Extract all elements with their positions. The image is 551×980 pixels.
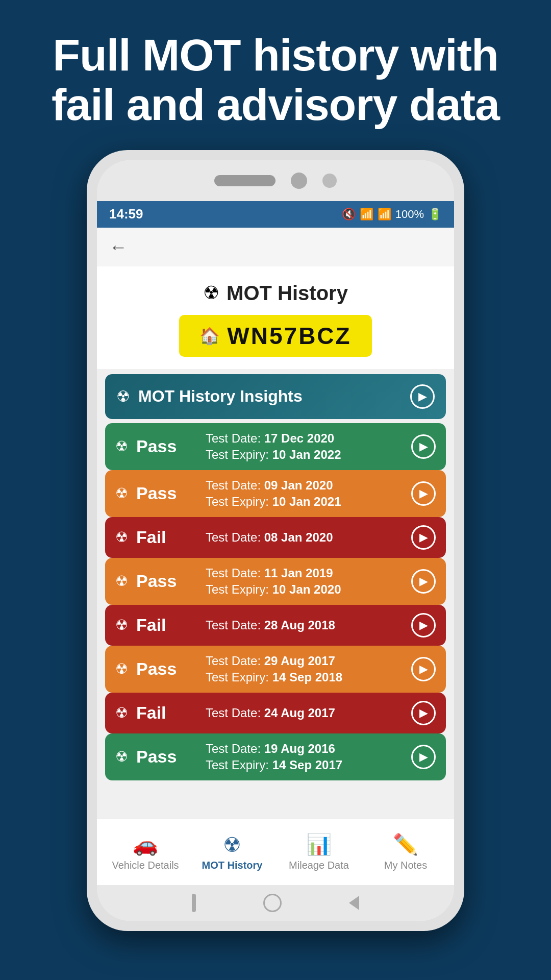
mot-row-left-5: ☢ Pass Test Date: 29 Aug 2017 Test Expir…: [115, 654, 342, 684]
nav-item-mot-history[interactable]: ☢ MOT History: [189, 833, 276, 871]
mot-test-date-4: Test Date: 28 Aug 2018: [206, 618, 335, 632]
mot-test-date-6: Test Date: 24 Aug 2017: [206, 706, 335, 720]
battery-label: 100%: [395, 208, 424, 221]
mot-test-date-2: Test Date: 08 Jan 2020: [206, 530, 333, 545]
mot-row-icon-1: ☢: [115, 485, 128, 502]
mot-row-icon-4: ☢: [115, 617, 128, 633]
mot-row-6[interactable]: ☢ Fail Test Date: 24 Aug 2017 ▶: [105, 693, 446, 733]
mot-row-play-4[interactable]: ▶: [411, 613, 436, 638]
mot-dates-4: Test Date: 28 Aug 2018: [206, 618, 335, 632]
nav-label-vehicle-details: Vehicle Details: [112, 860, 179, 871]
status-icons: 🔇 📶 📶 100% 🔋: [342, 208, 442, 221]
mot-dates-5: Test Date: 29 Aug 2017 Test Expiry: 14 S…: [206, 654, 342, 684]
speaker: [214, 175, 276, 186]
nav-label-mileage: Mileage Data: [289, 860, 349, 871]
nav-item-mileage[interactable]: 📊 Mileage Data: [276, 832, 362, 871]
mot-row-icon-6: ☢: [115, 704, 128, 721]
plate-number: WN57BCZ: [227, 322, 351, 350]
mot-expiry-date-3: Test Expiry: 10 Jan 2020: [206, 582, 341, 597]
mot-list: ☢ MOT History Insights ▶ ☢ Pass Test Dat…: [97, 369, 454, 819]
mot-dates-7: Test Date: 19 Aug 2016 Test Expiry: 14 S…: [206, 742, 342, 772]
hero-title: Full MOT history with fail and advisory …: [31, 31, 520, 130]
mot-row-icon-0: ☢: [115, 438, 128, 455]
mot-dates-3: Test Date: 11 Jan 2019 Test Expiry: 10 J…: [206, 566, 341, 597]
phone-screen: 14:59 🔇 📶 📶 100% 🔋 ← ☢ MOT History 🏠 WN5…: [97, 160, 454, 921]
mot-records-container: ☢ Pass Test Date: 17 Dec 2020 Test Expir…: [105, 423, 446, 780]
insights-card[interactable]: ☢ MOT History Insights ▶: [105, 374, 446, 419]
mot-row-icon-2: ☢: [115, 529, 128, 546]
mot-dates-1: Test Date: 09 Jan 2020 Test Expiry: 10 J…: [206, 478, 341, 509]
mot-row-play-1[interactable]: ▶: [411, 481, 436, 506]
garage-icon: 🏠: [199, 326, 220, 346]
mot-row-left-7: ☢ Pass Test Date: 19 Aug 2016 Test Expir…: [115, 742, 342, 772]
bottom-navigation: 🚗 Vehicle Details ☢ MOT History 📊 Mileag…: [97, 819, 454, 885]
pencil-icon: ✏️: [393, 832, 418, 856]
mot-row-1[interactable]: ☢ Pass Test Date: 09 Jan 2020 Test Expir…: [105, 470, 446, 517]
status-time: 14:59: [109, 206, 143, 222]
battery-icon: 🔋: [428, 208, 442, 221]
mot-row-3[interactable]: ☢ Pass Test Date: 11 Jan 2019 Test Expir…: [105, 558, 446, 605]
mot-row-play-0[interactable]: ▶: [411, 434, 436, 459]
mot-row-icon-3: ☢: [115, 573, 128, 590]
mot-status-6: Fail: [136, 703, 197, 723]
mot-test-date-5: Test Date: 29 Aug 2017: [206, 654, 342, 668]
mot-row-2[interactable]: ☢ Fail Test Date: 08 Jan 2020 ▶: [105, 517, 446, 558]
mot-row-play-3[interactable]: ▶: [411, 569, 436, 594]
mot-test-date-7: Test Date: 19 Aug 2016: [206, 742, 342, 756]
mot-row-play-5[interactable]: ▶: [411, 657, 436, 681]
phone-frame: 14:59 🔇 📶 📶 100% 🔋 ← ☢ MOT History 🏠 WN5…: [87, 150, 464, 931]
mot-row-play-2[interactable]: ▶: [411, 525, 436, 550]
mot-row-left-3: ☢ Pass Test Date: 11 Jan 2019 Test Expir…: [115, 566, 341, 597]
mot-test-date-3: Test Date: 11 Jan 2019: [206, 566, 341, 580]
mot-row-4[interactable]: ☢ Fail Test Date: 28 Aug 2018 ▶: [105, 605, 446, 646]
mot-row-icon-7: ☢: [115, 748, 128, 765]
mot-dates-0: Test Date: 17 Dec 2020 Test Expiry: 10 J…: [206, 431, 341, 462]
home-circle-icon: [263, 894, 282, 912]
home-bar-icon: [192, 894, 196, 912]
wifi-icon: 📶: [360, 208, 373, 221]
mot-row-0[interactable]: ☢ Pass Test Date: 17 Dec 2020 Test Expir…: [105, 423, 446, 470]
mot-status-3: Pass: [136, 571, 197, 591]
mot-status-4: Fail: [136, 615, 197, 635]
mot-status-5: Pass: [136, 659, 197, 679]
nav-label-notes: My Notes: [384, 860, 427, 871]
camera-main: [291, 173, 307, 189]
nav-item-vehicle-details[interactable]: 🚗 Vehicle Details: [102, 832, 189, 871]
phone-top-bar: [97, 160, 454, 201]
mot-row-left-2: ☢ Fail Test Date: 08 Jan 2020: [115, 527, 333, 547]
page-title-row: ☢ MOT History: [203, 282, 348, 305]
nav-item-notes[interactable]: ✏️ My Notes: [362, 832, 449, 871]
mot-row-left-0: ☢ Pass Test Date: 17 Dec 2020 Test Expir…: [115, 431, 341, 462]
home-back-icon: [349, 896, 359, 910]
mot-status-0: Pass: [136, 436, 197, 456]
mot-status-1: Pass: [136, 483, 197, 503]
car-icon: 🚗: [133, 832, 158, 856]
back-navigation: ←: [97, 228, 454, 266]
mot-status-7: Pass: [136, 747, 197, 767]
mot-row-left-1: ☢ Pass Test Date: 09 Jan 2020 Test Expir…: [115, 478, 341, 509]
mot-dates-6: Test Date: 24 Aug 2017: [206, 706, 335, 720]
back-button[interactable]: ←: [109, 236, 128, 258]
page-header: ☢ MOT History 🏠 WN57BCZ: [97, 266, 454, 369]
mot-row-play-6[interactable]: ▶: [411, 701, 436, 725]
hero-section: Full MOT history with fail and advisory …: [0, 0, 551, 150]
plate-badge: 🏠 WN57BCZ: [179, 315, 371, 357]
mot-row-play-7[interactable]: ▶: [411, 745, 436, 769]
insights-icon: ☢: [116, 387, 130, 405]
camera-secondary: [322, 174, 337, 188]
mot-row-5[interactable]: ☢ Pass Test Date: 29 Aug 2017 Test Expir…: [105, 646, 446, 693]
mot-history-icon: ☢: [223, 833, 241, 856]
insights-left: ☢ MOT History Insights: [116, 387, 303, 406]
mot-expiry-date-5: Test Expiry: 14 Sep 2018: [206, 670, 342, 684]
mot-expiry-date-0: Test Expiry: 10 Jan 2022: [206, 448, 341, 462]
mot-row-icon-5: ☢: [115, 660, 128, 677]
insights-play-button[interactable]: ▶: [410, 384, 435, 409]
signal-icon: 📶: [378, 208, 391, 221]
mot-expiry-date-7: Test Expiry: 14 Sep 2017: [206, 758, 342, 772]
status-bar: 14:59 🔇 📶 📶 100% 🔋: [97, 201, 454, 228]
mot-test-date-0: Test Date: 17 Dec 2020: [206, 431, 341, 446]
mot-test-date-1: Test Date: 09 Jan 2020: [206, 478, 341, 493]
mot-expiry-date-1: Test Expiry: 10 Jan 2021: [206, 495, 341, 509]
home-indicator: [97, 885, 454, 921]
mot-row-7[interactable]: ☢ Pass Test Date: 19 Aug 2016 Test Expir…: [105, 733, 446, 780]
